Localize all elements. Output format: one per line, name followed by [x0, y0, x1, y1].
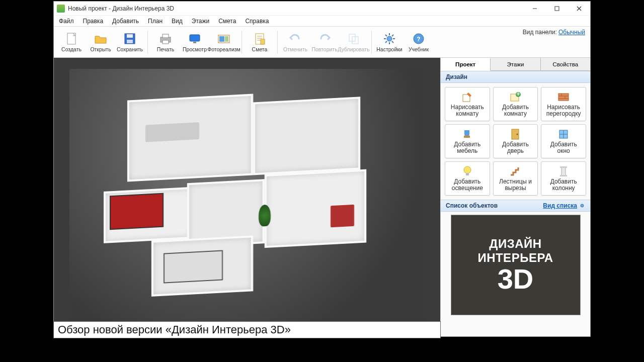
svg-rect-53 — [560, 175, 567, 176]
panel-mode-link[interactable]: Обычный — [558, 29, 585, 36]
printer-icon — [158, 32, 173, 46]
svg-rect-12 — [193, 42, 196, 43]
design-tools-grid: Нарисоватькомнату + Добавитькомнату Нари… — [441, 83, 590, 200]
svg-rect-7 — [127, 40, 133, 43]
toolbar-undo-button[interactable]: Отменить — [281, 28, 310, 57]
folder-open-icon — [93, 32, 108, 46]
svg-rect-38 — [558, 94, 569, 101]
toolbar-settings-button[interactable]: Настройки — [375, 28, 404, 57]
tile-draw-wall[interactable]: Нарисоватьперегородку — [541, 87, 586, 121]
brick-wall-icon — [557, 91, 570, 103]
gear-small-icon — [579, 203, 585, 209]
svg-rect-11 — [190, 35, 200, 41]
tile-add-room[interactable]: + Добавитькомнату — [493, 87, 538, 121]
toolbar-photoreal-button[interactable]: Фотореализм — [209, 28, 238, 57]
svg-rect-1 — [555, 7, 559, 11]
svg-line-31 — [385, 41, 387, 43]
floppy-save-icon — [122, 32, 137, 46]
svg-rect-15 — [225, 36, 228, 42]
application-window: Новый проект - Дизайн Интерьера 3D Файл … — [53, 1, 591, 337]
section-design-header: Дизайн — [441, 71, 590, 83]
side-tabs: Проект Этажи Свойства — [441, 58, 590, 71]
svg-point-49 — [464, 166, 471, 173]
menu-floors[interactable]: Этажи — [190, 17, 211, 26]
tile-add-furniture[interactable]: Добавитьмебель — [445, 124, 490, 158]
toolbar-duplicate-button[interactable]: Дублировать — [339, 28, 368, 57]
svg-text:+: + — [517, 92, 520, 98]
side-panel: Проект Этажи Свойства Дизайн Нарисоватьк… — [440, 58, 590, 336]
tile-add-lighting[interactable]: Добавитьосвещение — [445, 161, 490, 196]
toolbar: Создать Открыть Сохранить Печать Просмот… — [54, 27, 590, 58]
photorealism-icon — [216, 32, 231, 46]
door-icon — [509, 128, 522, 140]
monitor-icon — [187, 32, 202, 46]
tile-stairs[interactable]: Лестницы ивырезы — [493, 161, 538, 196]
tile-add-door[interactable]: Добавитьдверь — [493, 124, 538, 158]
tab-floors[interactable]: Этажи — [491, 58, 540, 70]
window-icon — [557, 128, 570, 140]
lightbulb-icon — [461, 165, 474, 177]
toolbar-separator — [242, 31, 242, 54]
menu-view[interactable]: Вид — [170, 17, 185, 26]
add-room-icon: + — [509, 91, 522, 103]
app-icon — [57, 5, 65, 13]
svg-rect-52 — [560, 166, 567, 168]
svg-rect-6 — [127, 34, 133, 38]
svg-rect-50 — [466, 173, 469, 175]
chair-icon — [461, 128, 474, 140]
section-objects-header: Список объектов Вид списка — [441, 200, 590, 212]
maximize-button[interactable] — [546, 2, 568, 16]
svg-rect-43 — [464, 136, 470, 138]
svg-line-28 — [385, 35, 387, 36]
toolbar-separator — [277, 31, 278, 54]
svg-rect-14 — [219, 36, 224, 42]
menu-help[interactable]: Справка — [243, 17, 271, 26]
panel-mode-switch: Вид панели: Обычный — [523, 29, 585, 36]
toolbar-separator — [371, 31, 372, 54]
menu-edit[interactable]: Правка — [81, 17, 106, 26]
menu-file[interactable]: Файл — [57, 17, 76, 26]
tab-project[interactable]: Проект — [441, 58, 491, 71]
tab-properties[interactable]: Свойства — [541, 58, 590, 70]
window-title: Новый проект - Дизайн Интерьера 3D — [68, 5, 174, 12]
redo-icon — [317, 32, 332, 46]
new-file-icon — [64, 32, 79, 46]
titlebar: Новый проект - Дизайн Интерьера 3D — [54, 2, 590, 16]
promo-banner: ДИЗАЙН ИНТЕРЬЕРА 3D — [451, 215, 581, 315]
close-button[interactable] — [568, 2, 590, 16]
column-icon — [557, 165, 570, 177]
duplicate-icon — [346, 32, 361, 46]
toolbar-estimate-button[interactable]: Смета — [245, 28, 274, 57]
3d-viewport[interactable] — [54, 58, 440, 336]
toolbar-preview-button[interactable]: Просмотр — [180, 28, 209, 57]
tile-draw-room[interactable]: Нарисоватькомнату — [445, 87, 490, 121]
gear-icon — [382, 32, 397, 46]
svg-point-23 — [387, 36, 392, 41]
svg-line-30 — [392, 35, 393, 36]
pencil-room-icon — [461, 91, 474, 103]
list-view-mode-link[interactable]: Вид списка — [543, 202, 585, 209]
minimize-button[interactable] — [524, 2, 546, 16]
svg-rect-9 — [163, 34, 169, 38]
menu-plan[interactable]: План — [146, 17, 165, 26]
toolbar-create-button[interactable]: Создать — [57, 28, 86, 57]
menu-add[interactable]: Добавить — [110, 17, 141, 26]
tile-add-column[interactable]: Добавитьколонну — [541, 161, 586, 196]
svg-rect-51 — [561, 167, 566, 175]
toolbar-save-button[interactable]: Сохранить — [115, 28, 144, 57]
svg-text:?: ? — [417, 36, 420, 43]
video-caption: Обзор новой версии «Дизайн Интерьера 3D» — [53, 321, 441, 338]
stairs-icon — [509, 165, 522, 177]
notepad-icon — [252, 32, 267, 46]
toolbar-redo-button[interactable]: Повторить — [310, 28, 339, 57]
toolbar-separator — [147, 31, 148, 54]
undo-icon — [288, 32, 303, 46]
help-icon: ? — [411, 32, 426, 46]
toolbar-print-button[interactable]: Печать — [151, 28, 180, 57]
floorplan-render — [69, 69, 425, 325]
menu-estimate[interactable]: Смета — [216, 17, 238, 26]
tile-add-window[interactable]: Добавитьокно — [541, 124, 586, 158]
svg-point-54 — [581, 204, 584, 207]
toolbar-help-button[interactable]: ? Учебник — [404, 28, 433, 57]
toolbar-open-button[interactable]: Открыть — [86, 28, 115, 57]
